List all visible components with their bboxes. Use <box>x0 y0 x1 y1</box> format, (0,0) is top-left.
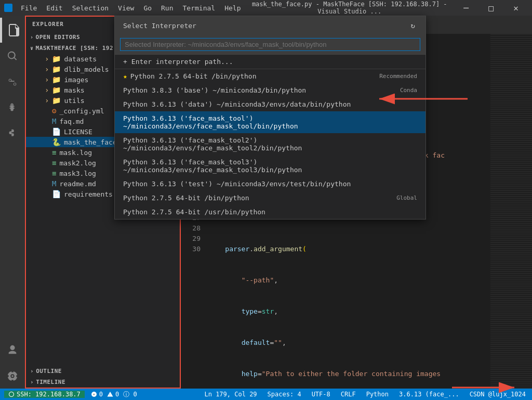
minimap-content <box>490 34 532 389</box>
interp-item-left: ★ Python 2.7.5 64-bit /bin/python <box>123 72 256 80</box>
interp-item-left: Python 3.6.13 ('face_mask_tool2') ~/mini… <box>123 136 417 152</box>
menu-file[interactable]: File <box>17 3 41 13</box>
timeline-section[interactable]: › TIMELINE <box>26 377 180 388</box>
interpreter-header: Select Interpreter ↻ <box>115 16 425 35</box>
interp-item-1[interactable]: Python 3.8.3 ('base') ~/miniconda3/bin/p… <box>115 83 425 97</box>
menu-help[interactable]: Help <box>220 3 245 13</box>
interp-item-8[interactable]: Python 2.7.5 64-bit /usr/bin/python <box>115 205 425 219</box>
tree-item-label: mask.log <box>59 149 92 157</box>
masks-folder-icon: 📁 <box>52 86 61 94</box>
interpreter-search-input[interactable] <box>120 38 420 51</box>
activity-extensions[interactable] <box>0 122 25 147</box>
close-button[interactable]: ✕ <box>504 0 528 16</box>
activity-debug[interactable] <box>0 96 25 121</box>
code-line-17: "--path", <box>207 275 490 286</box>
folder-icon: › <box>45 86 49 94</box>
interp-label: Python 3.8.3 ('base') ~/miniconda3/bin/p… <box>123 86 306 94</box>
activity-source-control[interactable] <box>0 70 25 95</box>
ln-col-indicator[interactable]: Ln 179, Col 29 <box>202 391 259 398</box>
tree-item-label: faq.md <box>59 118 84 125</box>
interp-label: Python 3.6.13 ('data') ~/miniconda3/envs… <box>123 100 351 108</box>
txt-icon: 📄 <box>52 190 61 198</box>
menu-view[interactable]: View <box>114 3 138 13</box>
interpreter-list: + Enter interpreter path... ★ Python 2.7… <box>115 55 425 219</box>
tree-item-label: readme.md <box>59 180 96 188</box>
line-ending-indicator[interactable]: CRLF <box>339 391 358 398</box>
enter-path-item[interactable]: + Enter interpreter path... <box>115 55 425 69</box>
interp-item-5[interactable]: Python 3.6.13 ('face_mask_tool3') ~/mini… <box>115 155 425 177</box>
interpreter-search-container <box>115 35 425 55</box>
interp-item-2[interactable]: Python 3.6.13 ('data') ~/miniconda3/envs… <box>115 97 425 111</box>
menu-selection[interactable]: Selection <box>68 3 113 13</box>
interp-label: Python 2.7.5 64-bit /usr/bin/python <box>123 208 265 216</box>
tree-item-label: _config.yml <box>59 107 104 115</box>
menu-terminal[interactable]: Terminal <box>179 3 220 13</box>
interp-item-3[interactable]: Python 3.6.13 ('face_mask_tool') ~/minic… <box>115 111 425 133</box>
status-bar: SSH: 192.168.38.7 ✕ 0 0 ⓘ 0 Ln 179, Col … <box>0 389 532 400</box>
warning-count: 0 <box>115 391 119 398</box>
interp-item-left: Python 2.7.5 64-bit /bin/python <box>123 194 249 202</box>
interp-item-4[interactable]: Python 3.6.13 ('face_mask_tool2') ~/mini… <box>115 133 425 155</box>
folder-icon: › <box>45 65 49 73</box>
interp-item-6[interactable]: Python 3.6.13 ('test') ~/miniconda3/envs… <box>115 177 425 191</box>
interpreter-refresh-button[interactable]: ↻ <box>409 20 417 31</box>
spaces-label: Spaces: 4 <box>268 391 301 398</box>
interpreter-dialog: Select Interpreter ↻ + Enter interpreter… <box>114 16 426 220</box>
workspace-chevron: ∨ <box>30 45 34 51</box>
outline-label: OUTLINE <box>36 368 62 375</box>
interp-item-left: Python 2.7.5 64-bit /usr/bin/python <box>123 208 265 216</box>
remote-label: SSH: 192.168.38.7 <box>17 391 81 398</box>
md-icon: M <box>52 117 56 125</box>
menu-run[interactable]: Run <box>157 3 177 13</box>
menu-go[interactable]: Go <box>139 3 156 13</box>
star-icon: ★ <box>123 72 127 80</box>
activity-settings[interactable] <box>0 364 25 389</box>
status-bar-left: SSH: 192.168.38.7 ✕ 0 0 ⓘ 0 <box>4 390 139 399</box>
py-icon: 🐍 <box>52 138 61 146</box>
interp-badge: Conda <box>400 87 417 94</box>
interp-item-left: Python 3.6.13 ('face_mask_tool3') ~/mini… <box>123 158 417 174</box>
code-line-18: type=str, <box>207 306 490 317</box>
encoding-label: UTF-8 <box>312 391 330 398</box>
window-controls: ─ □ ✕ <box>454 0 528 16</box>
activity-files[interactable] <box>0 18 25 43</box>
minimize-button[interactable]: ─ <box>454 0 478 16</box>
status-bar-right: Ln 179, Col 29 Spaces: 4 UTF-8 CRLF Pyth… <box>202 391 528 398</box>
interpreter-title: Select Interpreter <box>123 22 196 30</box>
code-line-16: parser.add_argument( <box>207 244 490 254</box>
titlebar-left: File Edit Selection View Go Run Terminal… <box>4 3 245 13</box>
remote-indicator[interactable]: SSH: 192.168.38.7 <box>4 391 85 398</box>
interp-label: Python 2.7.5 64-bit /bin/python <box>123 194 249 202</box>
code-line-19: default="", <box>207 338 490 348</box>
log-icon: ≡ <box>52 148 56 157</box>
tree-item-label: mask3.log <box>59 170 96 177</box>
interp-label: Python 3.6.13 ('test') ~/miniconda3/envs… <box>123 180 351 188</box>
outline-section[interactable]: › OUTLINE <box>26 366 180 377</box>
activity-search[interactable] <box>0 44 25 69</box>
tree-item-label: images <box>64 76 88 84</box>
tree-item-label: dlib_models <box>64 66 109 73</box>
utils-folder-icon: 📁 <box>52 96 61 105</box>
interp-label: Python 3.6.13 ('face_mask_tool2') ~/mini… <box>123 136 417 152</box>
folder-icon: › <box>45 96 49 105</box>
interpreter-indicator[interactable]: 3.6.13 (face_... <box>397 391 461 398</box>
interp-item-7[interactable]: Python 2.7.5 64-bit /bin/python Global <box>115 191 425 205</box>
vscode-logo <box>4 4 12 12</box>
folder-icon: › <box>45 75 49 84</box>
window-title: mask_the_face.py - MaskTheFace [SSH: 192… <box>245 1 454 15</box>
ln-col-label: Ln 179, Col 29 <box>204 391 257 398</box>
errors-indicator[interactable]: ✕ 0 0 ⓘ 0 <box>89 390 139 399</box>
language-indicator[interactable]: Python <box>364 391 391 398</box>
spaces-indicator[interactable]: Spaces: 4 <box>265 391 303 398</box>
tree-item-label: masks <box>64 86 84 94</box>
encoding-indicator[interactable]: UTF-8 <box>310 391 332 398</box>
maximize-button[interactable]: □ <box>479 0 503 16</box>
timeline-chevron: › <box>30 379 34 385</box>
tree-item-label: mask2.log <box>59 159 96 167</box>
menu-edit[interactable]: Edit <box>42 3 66 13</box>
open-editors-label: OPEN EDITORS <box>36 34 80 41</box>
interp-item-0[interactable]: ★ Python 2.7.5 64-bit /bin/python Recomm… <box>115 69 425 83</box>
activity-accounts[interactable] <box>0 338 25 363</box>
sidebar-bottom-sections: › OUTLINE › TIMELINE <box>26 366 180 388</box>
dlib-folder-icon: 📁 <box>52 65 61 73</box>
